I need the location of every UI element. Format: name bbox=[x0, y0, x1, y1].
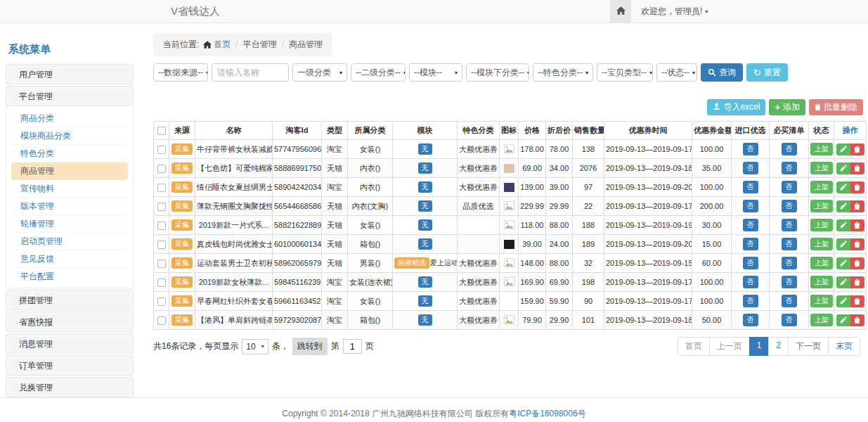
must-buy-toggle[interactable]: 否 bbox=[782, 314, 797, 326]
batch-delete-button[interactable]: 批量删除 bbox=[809, 99, 863, 115]
sidebar-group-item[interactable]: 用户管理 bbox=[6, 64, 134, 84]
feature-category-select[interactable]: --特色分类--▾ bbox=[533, 63, 593, 82]
jump-to-button[interactable]: 跳转到 bbox=[292, 338, 328, 355]
status-button[interactable]: 上架 bbox=[810, 181, 833, 193]
edit-button[interactable] bbox=[836, 314, 850, 326]
row-checkbox[interactable] bbox=[157, 203, 166, 211]
sidebar-group-item[interactable]: 平台管理 bbox=[6, 86, 134, 106]
search-button[interactable]: 查询 bbox=[701, 63, 743, 82]
must-buy-toggle[interactable]: 否 bbox=[782, 257, 797, 269]
edit-button[interactable] bbox=[836, 143, 850, 155]
edit-button[interactable] bbox=[836, 295, 850, 307]
delete-button[interactable] bbox=[850, 276, 864, 288]
delete-button[interactable] bbox=[850, 143, 864, 155]
item-type-select[interactable]: --宝贝类型--▾ bbox=[597, 63, 653, 82]
must-buy-toggle[interactable]: 否 bbox=[782, 200, 797, 212]
sidebar-sub-item-active[interactable]: 商品管理 bbox=[11, 162, 128, 180]
must-buy-toggle[interactable]: 否 bbox=[782, 276, 797, 288]
must-buy-toggle[interactable]: 否 bbox=[782, 238, 797, 250]
row-checkbox[interactable] bbox=[157, 184, 166, 192]
row-checkbox[interactable] bbox=[157, 298, 166, 306]
row-checkbox[interactable] bbox=[157, 316, 166, 325]
status-select[interactable]: --状态--▾ bbox=[656, 63, 697, 82]
pager-page-1[interactable]: 1 bbox=[749, 337, 770, 356]
pager-page-2[interactable]: 2 bbox=[768, 337, 789, 356]
status-button[interactable]: 上架 bbox=[810, 219, 833, 231]
status-button[interactable]: 上架 bbox=[810, 200, 833, 212]
import-select-toggle[interactable]: 否 bbox=[743, 295, 758, 307]
must-buy-toggle[interactable]: 否 bbox=[782, 295, 797, 307]
row-checkbox[interactable] bbox=[157, 222, 166, 230]
status-button[interactable]: 上架 bbox=[810, 314, 833, 326]
sidebar-sub-item[interactable]: 轮播管理 bbox=[11, 215, 128, 233]
home-button[interactable] bbox=[610, 0, 631, 23]
pager-first[interactable]: 首页 bbox=[678, 337, 710, 356]
product-name-input[interactable] bbox=[212, 63, 289, 82]
breadcrumb-home-link[interactable]: 首页 bbox=[214, 39, 231, 51]
pager-next[interactable]: 下一页 bbox=[788, 337, 829, 356]
per-page-select[interactable]: 10 ▾ bbox=[242, 339, 268, 354]
delete-button[interactable] bbox=[850, 200, 864, 212]
edit-button[interactable] bbox=[836, 162, 850, 174]
delete-button[interactable] bbox=[850, 181, 864, 193]
sidebar-sub-item[interactable]: 宣传物料 bbox=[11, 180, 128, 198]
import-select-toggle[interactable]: 否 bbox=[743, 181, 758, 193]
select-all-checkbox[interactable] bbox=[157, 127, 166, 135]
page-number-input[interactable] bbox=[343, 339, 362, 354]
delete-button[interactable] bbox=[850, 238, 864, 250]
sidebar-sub-item[interactable]: 平台配置 bbox=[11, 268, 128, 286]
sidebar-group-item[interactable]: 省惠快报 bbox=[6, 312, 134, 332]
import-select-toggle[interactable]: 否 bbox=[743, 238, 758, 250]
row-checkbox[interactable] bbox=[157, 241, 166, 249]
add-button[interactable]: + 添加 bbox=[769, 99, 805, 115]
module-select[interactable]: --模块--▾ bbox=[409, 63, 462, 82]
level2-category-select[interactable]: --二级分类--▾ bbox=[351, 63, 406, 82]
import-select-toggle[interactable]: 否 bbox=[743, 162, 758, 174]
reset-button[interactable]: ↻重置 bbox=[746, 63, 788, 82]
import-select-toggle[interactable]: 否 bbox=[743, 276, 758, 288]
row-checkbox[interactable] bbox=[157, 165, 166, 173]
sidebar-sub-item[interactable]: 意见反馈 bbox=[11, 250, 128, 268]
sidebar-group-item[interactable]: 订单管理 bbox=[6, 355, 134, 376]
delete-button[interactable] bbox=[850, 257, 864, 269]
delete-button[interactable] bbox=[850, 219, 864, 231]
module-subcategory-select[interactable]: --模块下分类--▾ bbox=[466, 63, 529, 82]
status-button[interactable]: 上架 bbox=[810, 238, 833, 250]
import-select-toggle[interactable]: 否 bbox=[743, 143, 758, 155]
row-checkbox[interactable] bbox=[157, 279, 166, 287]
must-buy-toggle[interactable]: 否 bbox=[782, 143, 797, 155]
pager-last[interactable]: 末页 bbox=[828, 337, 860, 356]
sidebar-group-item[interactable]: 消息管理 bbox=[6, 333, 134, 354]
must-buy-toggle[interactable]: 否 bbox=[782, 162, 797, 174]
sidebar-sub-item[interactable]: 特色分类 bbox=[11, 145, 128, 162]
sidebar-group-item[interactable]: 兑换管理 bbox=[6, 377, 134, 397]
status-button[interactable]: 上架 bbox=[810, 143, 833, 155]
sidebar-sub-item[interactable]: 模块商品分类 bbox=[11, 127, 128, 145]
import-excel-button[interactable]: 导入excel bbox=[707, 99, 765, 115]
user-menu[interactable]: 欢迎您，管理员! ▾ bbox=[631, 0, 718, 23]
status-button[interactable]: 上架 bbox=[810, 276, 833, 288]
status-button[interactable]: 上架 bbox=[810, 257, 833, 269]
pager-prev[interactable]: 上一页 bbox=[709, 337, 750, 356]
icp-link[interactable]: 粤ICP备16098006号 bbox=[509, 409, 585, 418]
edit-button[interactable] bbox=[836, 200, 850, 212]
must-buy-toggle[interactable]: 否 bbox=[782, 181, 797, 193]
import-select-toggle[interactable]: 否 bbox=[743, 219, 758, 231]
edit-button[interactable] bbox=[836, 219, 850, 231]
row-checkbox[interactable] bbox=[157, 260, 166, 268]
import-select-toggle[interactable]: 否 bbox=[743, 257, 758, 269]
import-select-toggle[interactable]: 否 bbox=[743, 200, 758, 212]
edit-button[interactable] bbox=[836, 276, 850, 288]
sidebar-sub-item[interactable]: 商品分类 bbox=[11, 110, 128, 127]
must-buy-toggle[interactable]: 否 bbox=[782, 219, 797, 231]
edit-button[interactable] bbox=[836, 181, 850, 193]
sidebar-sub-item[interactable]: 启动页管理 bbox=[11, 233, 128, 250]
delete-button[interactable] bbox=[850, 314, 864, 326]
row-checkbox[interactable] bbox=[157, 146, 166, 154]
status-button[interactable]: 上架 bbox=[810, 295, 833, 307]
import-select-toggle[interactable]: 否 bbox=[743, 314, 758, 326]
sidebar-sub-item[interactable]: 版本管理 bbox=[11, 198, 128, 215]
status-button[interactable]: 上架 bbox=[810, 162, 833, 174]
delete-button[interactable] bbox=[850, 162, 864, 174]
sidebar-group-item[interactable]: 拼团管理 bbox=[6, 290, 134, 310]
